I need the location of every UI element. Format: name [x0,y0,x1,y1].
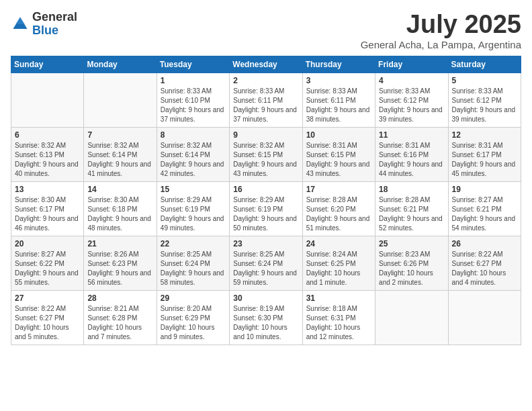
day-cell: 17Sunrise: 8:28 AMSunset: 6:20 PMDayligh… [302,181,375,236]
day-number: 19 [452,185,517,194]
day-cell [448,290,521,345]
calendar-header: Sunday Monday Tuesday Wednesday Thursday… [11,56,521,73]
day-number: 22 [161,239,226,248]
header-thursday: Thursday [302,56,375,73]
day-number: 13 [15,185,80,194]
logo: General Blue [11,11,77,38]
day-number: 17 [306,185,371,194]
header-friday: Friday [375,56,448,73]
logo-text: General Blue [32,11,77,38]
day-detail: Sunrise: 8:22 AMSunset: 6:27 PMDaylight:… [15,304,80,342]
day-cell: 30Sunrise: 8:19 AMSunset: 6:30 PMDayligh… [230,290,302,345]
day-detail: Sunrise: 8:33 AMSunset: 6:12 PMDaylight:… [452,87,517,124]
day-cell: 31Sunrise: 8:18 AMSunset: 6:31 PMDayligh… [302,290,375,345]
logo-icon [11,15,30,34]
day-cell: 27Sunrise: 8:22 AMSunset: 6:27 PMDayligh… [11,290,84,345]
day-detail: Sunrise: 8:32 AMSunset: 6:13 PMDaylight:… [15,141,80,179]
day-cell: 8Sunrise: 8:32 AMSunset: 6:14 PMDaylight… [157,127,229,181]
calendar-subtitle: General Acha, La Pampa, Argentina [361,39,521,50]
day-number: 11 [379,130,444,140]
day-cell: 25Sunrise: 8:23 AMSunset: 6:26 PMDayligh… [375,236,448,290]
header-saturday: Saturday [448,56,521,73]
day-number: 20 [15,239,80,248]
day-detail: Sunrise: 8:25 AMSunset: 6:24 PMDaylight:… [161,250,226,287]
day-number: 24 [306,239,371,248]
day-detail: Sunrise: 8:27 AMSunset: 6:21 PMDaylight:… [452,195,517,233]
day-number: 9 [233,130,298,140]
day-detail: Sunrise: 8:20 AMSunset: 6:29 PMDaylight:… [161,304,226,342]
day-number: 27 [15,293,80,303]
day-cell: 9Sunrise: 8:32 AMSunset: 6:15 PMDaylight… [230,127,302,181]
day-number: 31 [306,293,371,303]
week-row-3: 13Sunrise: 8:30 AMSunset: 6:17 PMDayligh… [11,181,521,236]
calendar-table: Sunday Monday Tuesday Wednesday Thursday… [11,56,521,345]
calendar-body: 1Sunrise: 8:33 AMSunset: 6:10 PMDaylight… [11,73,521,345]
day-number: 30 [233,293,298,303]
day-cell: 19Sunrise: 8:27 AMSunset: 6:21 PMDayligh… [448,181,521,236]
day-cell: 22Sunrise: 8:25 AMSunset: 6:24 PMDayligh… [157,236,229,290]
day-number: 12 [452,130,517,140]
day-cell: 13Sunrise: 8:30 AMSunset: 6:17 PMDayligh… [11,181,84,236]
day-detail: Sunrise: 8:32 AMSunset: 6:14 PMDaylight:… [87,141,152,179]
day-number: 21 [87,239,152,248]
day-number: 8 [161,130,226,140]
day-cell: 29Sunrise: 8:20 AMSunset: 6:29 PMDayligh… [157,290,229,345]
day-cell: 26Sunrise: 8:22 AMSunset: 6:27 PMDayligh… [448,236,521,290]
day-number: 29 [161,293,226,303]
day-number: 6 [15,130,80,140]
day-cell: 4Sunrise: 8:33 AMSunset: 6:12 PMDaylight… [375,73,448,127]
day-detail: Sunrise: 8:23 AMSunset: 6:26 PMDaylight:… [379,250,444,287]
header-sunday: Sunday [11,56,84,73]
logo-general: General [32,11,77,24]
day-cell: 18Sunrise: 8:28 AMSunset: 6:21 PMDayligh… [375,181,448,236]
day-detail: Sunrise: 8:28 AMSunset: 6:21 PMDaylight:… [379,195,444,233]
day-detail: Sunrise: 8:33 AMSunset: 6:12 PMDaylight:… [379,87,444,124]
day-number: 10 [306,130,371,140]
day-number: 18 [379,185,444,194]
day-detail: Sunrise: 8:19 AMSunset: 6:30 PMDaylight:… [233,304,298,342]
day-cell: 24Sunrise: 8:24 AMSunset: 6:25 PMDayligh… [302,236,375,290]
title-block: July 2025 General Acha, La Pampa, Argent… [361,11,521,50]
day-number: 25 [379,239,444,248]
day-number: 3 [306,76,371,85]
day-detail: Sunrise: 8:32 AMSunset: 6:14 PMDaylight:… [161,141,226,179]
day-number: 1 [161,76,226,85]
day-cell: 20Sunrise: 8:27 AMSunset: 6:22 PMDayligh… [11,236,84,290]
day-cell: 6Sunrise: 8:32 AMSunset: 6:13 PMDaylight… [11,127,84,181]
day-cell: 3Sunrise: 8:33 AMSunset: 6:11 PMDaylight… [302,73,375,127]
day-number: 2 [233,76,298,85]
day-number: 7 [87,130,152,140]
day-cell: 7Sunrise: 8:32 AMSunset: 6:14 PMDaylight… [84,127,157,181]
day-detail: Sunrise: 8:25 AMSunset: 6:24 PMDaylight:… [233,250,298,287]
day-detail: Sunrise: 8:21 AMSunset: 6:28 PMDaylight:… [87,304,152,342]
day-detail: Sunrise: 8:29 AMSunset: 6:19 PMDaylight:… [161,195,226,233]
day-cell: 14Sunrise: 8:30 AMSunset: 6:18 PMDayligh… [84,181,157,236]
day-detail: Sunrise: 8:29 AMSunset: 6:19 PMDaylight:… [233,195,298,233]
day-number: 4 [379,76,444,85]
day-detail: Sunrise: 8:28 AMSunset: 6:20 PMDaylight:… [306,195,371,233]
header-monday: Monday [84,56,157,73]
day-cell: 10Sunrise: 8:31 AMSunset: 6:15 PMDayligh… [302,127,375,181]
day-detail: Sunrise: 8:22 AMSunset: 6:27 PMDaylight:… [452,250,517,287]
day-cell: 1Sunrise: 8:33 AMSunset: 6:10 PMDaylight… [157,73,229,127]
header-row: Sunday Monday Tuesday Wednesday Thursday… [11,56,521,73]
day-detail: Sunrise: 8:31 AMSunset: 6:16 PMDaylight:… [379,141,444,179]
header-tuesday: Tuesday [157,56,229,73]
day-cell: 11Sunrise: 8:31 AMSunset: 6:16 PMDayligh… [375,127,448,181]
day-cell: 21Sunrise: 8:26 AMSunset: 6:23 PMDayligh… [84,236,157,290]
day-cell [11,73,84,127]
day-number: 5 [452,76,517,85]
week-row-4: 20Sunrise: 8:27 AMSunset: 6:22 PMDayligh… [11,236,521,290]
day-cell [84,73,157,127]
header-wednesday: Wednesday [230,56,302,73]
day-number: 26 [452,239,517,248]
day-detail: Sunrise: 8:27 AMSunset: 6:22 PMDaylight:… [15,250,80,287]
day-detail: Sunrise: 8:30 AMSunset: 6:18 PMDaylight:… [87,195,152,233]
day-number: 14 [87,185,152,194]
day-cell [375,290,448,345]
day-detail: Sunrise: 8:33 AMSunset: 6:11 PMDaylight:… [233,87,298,124]
day-number: 23 [233,239,298,248]
day-detail: Sunrise: 8:30 AMSunset: 6:17 PMDaylight:… [15,195,80,233]
day-number: 16 [233,185,298,194]
week-row-5: 27Sunrise: 8:22 AMSunset: 6:27 PMDayligh… [11,290,521,345]
